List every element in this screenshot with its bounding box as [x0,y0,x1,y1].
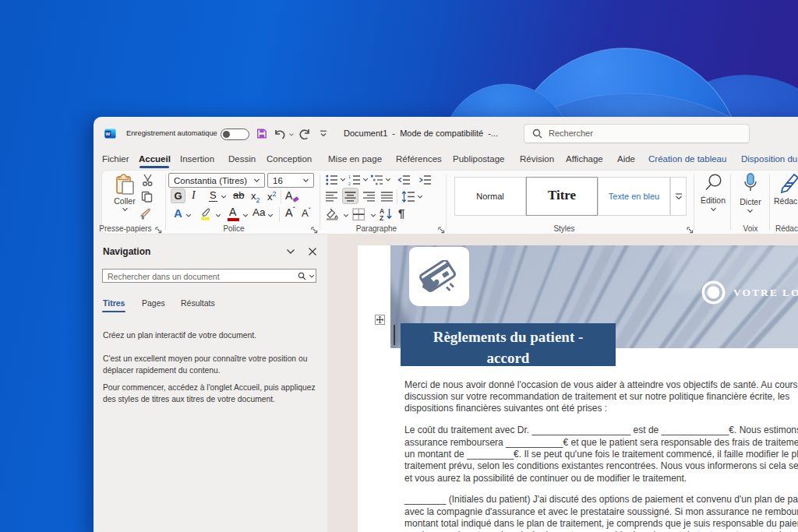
svg-text:Z: Z [380,214,383,221]
svg-text:W: W [106,131,111,136]
svg-text:1: 1 [348,174,351,179]
svg-text:2: 2 [348,181,351,185]
